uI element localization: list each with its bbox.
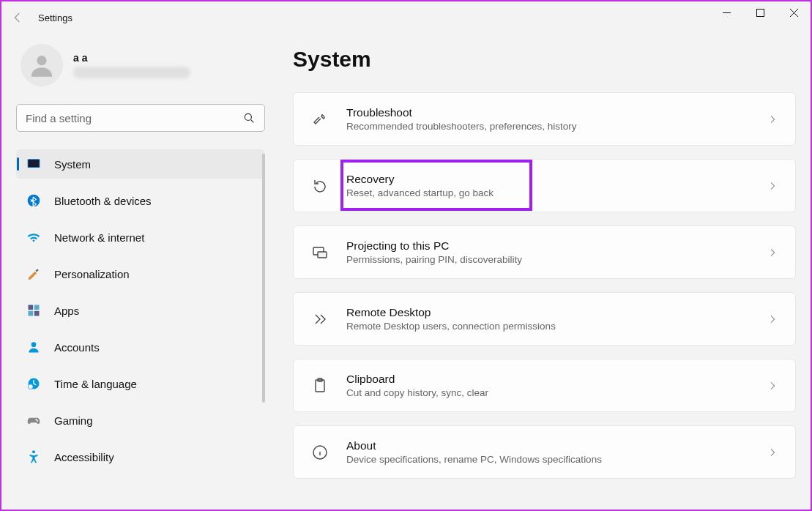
sidebar-item-label: Bluetooth & devices [54,195,152,207]
chevron-right-icon [766,246,779,259]
sidebar-item-system[interactable]: System [16,149,265,179]
card-title: About [346,439,750,452]
svg-rect-4 [29,160,40,167]
back-button[interactable] [10,10,25,25]
card-clipboard[interactable]: Clipboard Cut and copy history, sync, cl… [293,359,796,412]
svg-point-13 [35,419,37,420]
sidebar-item-label: Apps [54,305,79,317]
card-title: Projecting to this PC [346,239,750,253]
card-subtitle: Reset, advanced startup, go back [346,187,750,198]
recovery-icon [310,176,330,196]
card-troubleshoot[interactable]: Troubleshoot Recommended troubleshooters… [293,92,796,146]
sidebar-item-label: Gaming [54,414,93,427]
maximize-button[interactable] [743,1,777,23]
card-subtitle: Recommended troubleshooters, preferences… [346,121,750,132]
svg-point-5 [28,195,40,207]
system-icon [26,157,41,171]
chevron-right-icon [766,446,779,459]
card-subtitle: Cut and copy history, sync, clear [346,387,750,398]
card-about[interactable]: About Device specifications, rename PC, … [293,425,796,479]
sidebar-item-label: Network & internet [54,231,144,244]
app-title: Settings [38,12,72,23]
remote-desktop-icon [310,309,330,329]
user-email-redacted [73,67,190,78]
clipboard-icon [310,376,330,396]
svg-point-10 [31,342,37,347]
svg-point-12 [29,384,34,389]
search-input[interactable] [26,112,242,124]
avatar [21,44,63,86]
sidebar-item-accessibility[interactable]: Accessibility [16,442,265,471]
card-subtitle: Device specifications, rename PC, Window… [346,454,750,465]
user-profile[interactable]: a a [16,41,271,104]
chevron-right-icon [766,379,779,392]
svg-point-14 [37,420,38,422]
wifi-icon [26,230,41,245]
svg-point-1 [37,56,46,65]
card-subtitle: Permissions, pairing PIN, discoverabilit… [346,254,750,265]
sidebar-item-bluetooth[interactable]: Bluetooth & devices [16,186,265,215]
sidebar-item-network[interactable]: Network & internet [16,223,265,252]
sidebar-item-apps[interactable]: Apps [16,296,265,325]
gaming-icon [26,413,41,428]
minimize-button[interactable] [709,1,743,23]
card-recovery[interactable]: Recovery Reset, advanced startup, go bac… [293,159,796,212]
titlebar: Settings [1,1,811,34]
card-title: Clipboard [346,373,750,386]
sidebar-item-time[interactable]: Time & language [16,369,265,398]
card-title: Recovery [346,173,750,186]
sidebar: a a System Bluetooth & devices [1,34,271,510]
svg-rect-8 [29,311,34,316]
svg-rect-7 [34,305,40,310]
sidebar-item-gaming[interactable]: Gaming [16,406,265,435]
brush-icon [26,266,41,281]
sidebar-item-accounts[interactable]: Accounts [16,332,265,362]
accounts-icon [26,340,41,354]
troubleshoot-icon [310,109,330,130]
time-icon [26,376,41,391]
page-title: System [293,47,796,72]
sidebar-item-label: Time & language [54,378,137,390]
svg-rect-9 [34,311,40,316]
accessibility-icon [26,450,41,464]
main-panel: System Troubleshoot Recommended troubles… [271,34,811,510]
card-remote-desktop[interactable]: Remote Desktop Remote Desktop users, con… [293,292,796,346]
search-box[interactable] [16,104,265,132]
sidebar-nav: System Bluetooth & devices Network & int… [16,149,271,479]
card-title: Troubleshoot [346,106,750,119]
chevron-right-icon [766,313,779,326]
about-icon [310,442,330,463]
close-button[interactable] [777,1,811,23]
sidebar-item-label: Accounts [54,341,100,354]
card-title: Remote Desktop [346,306,750,319]
sidebar-item-label: Personalization [54,268,130,280]
svg-point-2 [245,113,251,120]
sidebar-item-label: System [54,158,91,171]
user-name: a a [73,52,190,64]
chevron-right-icon [766,113,779,126]
svg-rect-0 [756,9,764,16]
bluetooth-icon [26,193,41,208]
sidebar-item-personalization[interactable]: Personalization [16,259,265,288]
svg-rect-6 [29,305,34,310]
projecting-icon [310,242,330,263]
search-icon [242,111,256,124]
svg-rect-17 [318,252,327,258]
chevron-right-icon [766,179,779,193]
svg-point-15 [32,450,35,453]
card-subtitle: Remote Desktop users, connection permiss… [346,321,750,332]
apps-icon [26,303,41,318]
sidebar-item-label: Accessibility [54,451,114,463]
card-projecting[interactable]: Projecting to this PC Permissions, pairi… [293,225,796,279]
